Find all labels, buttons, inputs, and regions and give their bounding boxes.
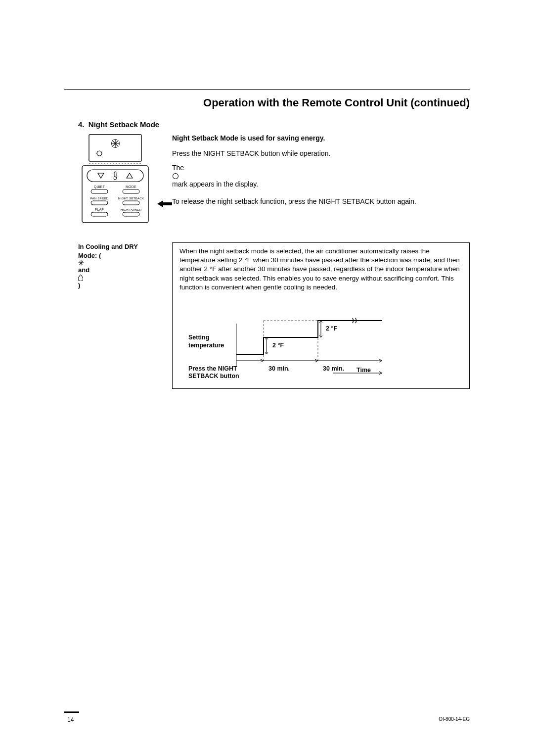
flap-label: FLAP — [95, 208, 104, 211]
doc-id: OI-800-14-EG — [439, 716, 470, 722]
night-setback-moon-icon — [96, 151, 102, 156]
intro-line-1: Press the NIGHT SETBACK button while ope… — [172, 149, 470, 158]
step2-label: 2 °F — [326, 325, 337, 332]
press-line-2: SETBACK button — [188, 373, 239, 379]
page-title: Operation with the Remote Control Unit (… — [64, 96, 470, 109]
temp-up-icon — [127, 173, 133, 178]
ylabel-1: Setting — [188, 334, 209, 341]
snowflake-icon — [111, 140, 119, 147]
svg-rect-0 — [89, 135, 141, 161]
ylabel-2: temperature — [188, 342, 224, 349]
svg-marker-15 — [157, 200, 172, 207]
footer-bar — [64, 711, 79, 713]
night-setback-label: NIGHT SETBACK — [118, 196, 144, 200]
svg-point-16 — [173, 173, 178, 179]
arrow-left-icon — [157, 200, 172, 207]
quiet-label: QUIET — [94, 185, 105, 189]
intro-bold: Night Setback Mode is used for saving en… — [172, 134, 470, 143]
intro-line-2: The mark appears in the display. — [172, 163, 470, 189]
quiet-button — [91, 189, 108, 193]
svg-rect-13 — [114, 172, 116, 177]
temp-down-icon — [98, 173, 104, 178]
remote-control-illustration: QUIET MODE FAN SPEED NIGHT SETBACK FLAP … — [78, 134, 152, 228]
thermometer-icon — [114, 172, 117, 180]
section-name: Night Setback Mode — [89, 120, 159, 129]
mode-label: MODE — [126, 185, 136, 189]
fan-speed-label: FAN SPEED — [90, 196, 109, 200]
intro-line-3: To release the night setback function, p… — [172, 197, 470, 206]
section-heading: 4. Night Setback Mode — [78, 120, 470, 129]
mode-button — [123, 189, 139, 193]
night-setback-button — [123, 201, 139, 205]
flap-button — [91, 212, 108, 216]
interval1-label: 30 min. — [268, 365, 290, 372]
setback-diagram: Setting temperature 2 °F 2 °F Press the … — [179, 300, 464, 381]
page-number: 14 — [67, 716, 74, 723]
press-line-1: Press the NIGHT — [188, 365, 237, 372]
high-power-label: HIGH POWER — [121, 208, 142, 211]
box-paragraph: When the night setback mode is selected,… — [179, 247, 464, 292]
step1-label: 2 °F — [272, 342, 284, 349]
explanation-box: When the night setback mode is selected,… — [172, 242, 470, 389]
intro-text-block: Night Setback Mode is used for saving en… — [172, 134, 470, 211]
snowflake-icon — [78, 260, 84, 266]
top-rule — [64, 89, 470, 90]
drop-icon — [78, 275, 83, 281]
night-setback-moon-icon — [172, 173, 179, 180]
mode-note: In Cooling and DRY Mode: ( and ) — [78, 242, 162, 289]
svg-point-9 — [97, 151, 102, 156]
high-power-button — [123, 212, 139, 216]
section-number: 4. — [78, 120, 85, 129]
fan-speed-button — [91, 201, 108, 205]
time-label: Time — [356, 367, 371, 374]
page-content: Operation with the Remote Control Unit (… — [64, 89, 470, 711]
interval2-label: 30 min. — [323, 365, 344, 372]
svg-rect-11 — [82, 166, 148, 223]
